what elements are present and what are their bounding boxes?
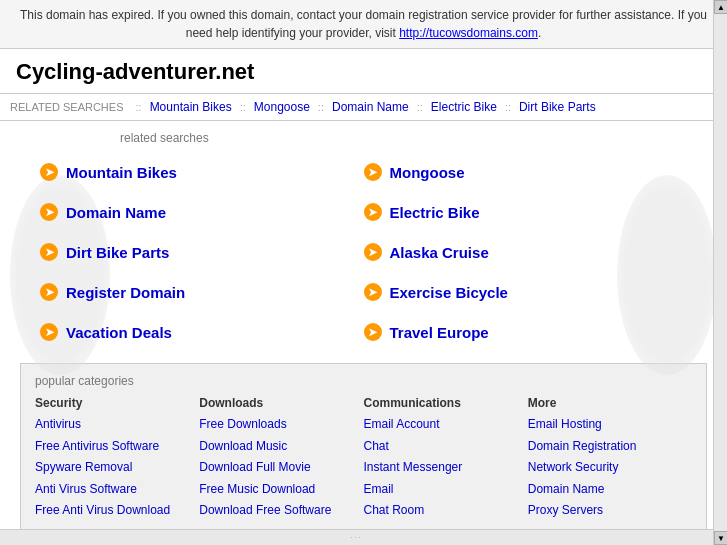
main-content: related searches ➤ Mountain Bikes ➤ Doma… <box>0 121 727 545</box>
arrow-icon: ➤ <box>364 323 382 341</box>
arrow-icon: ➤ <box>40 283 58 301</box>
cat-link-chat-room[interactable]: Chat Room <box>364 500 528 522</box>
search-item-dirt-bike-parts: ➤ Dirt Bike Parts <box>40 235 364 269</box>
search-col-left: ➤ Mountain Bikes ➤ Domain Name ➤ Dirt Bi… <box>40 155 364 349</box>
search-item-register-domain: ➤ Register Domain <box>40 275 364 309</box>
related-bar-item-3[interactable]: Electric Bike <box>431 100 497 114</box>
cat-link-spyware-removal[interactable]: Spyware Removal <box>35 457 199 479</box>
search-link-alaska-cruise[interactable]: Alaska Cruise <box>390 244 489 261</box>
related-bar-item-0[interactable]: Mountain Bikes <box>150 100 232 114</box>
cat-link-email-hosting[interactable]: Email Hosting <box>528 414 692 436</box>
search-link-electric-bike[interactable]: Electric Bike <box>390 204 480 221</box>
sep3: :: <box>318 101 324 113</box>
sep1: :: <box>136 101 142 113</box>
cat-link-domain-name[interactable]: Domain Name <box>528 479 692 501</box>
arrow-icon: ➤ <box>364 203 382 221</box>
scrollbar-right: ▲ ▼ <box>713 0 727 545</box>
search-link-travel-europe[interactable]: Travel Europe <box>390 324 489 341</box>
cat-link-chat[interactable]: Chat <box>364 436 528 458</box>
arrow-icon: ➤ <box>40 203 58 221</box>
search-item-mongoose: ➤ Mongoose <box>364 155 688 189</box>
cat-link-free-downloads[interactable]: Free Downloads <box>199 414 363 436</box>
scroll-up-button[interactable]: ▲ <box>714 0 727 14</box>
related-bar-item-2[interactable]: Domain Name <box>332 100 409 114</box>
expiry-notice: This domain has expired. If you owned th… <box>0 0 727 49</box>
cat-link-free-anti-virus-download[interactable]: Free Anti Virus Download <box>35 500 199 522</box>
cat-heading-communications: Communications <box>364 396 528 410</box>
related-searches-label: related searches <box>20 131 707 145</box>
cat-link-domain-registration[interactable]: Domain Registration <box>528 436 692 458</box>
notice-text: This domain has expired. If you owned th… <box>20 8 707 40</box>
arrow-icon: ➤ <box>40 163 58 181</box>
cat-link-proxy-servers[interactable]: Proxy Servers <box>528 500 692 522</box>
search-item-alaska-cruise: ➤ Alaska Cruise <box>364 235 688 269</box>
search-col-right: ➤ Mongoose ➤ Electric Bike ➤ Alaska Crui… <box>364 155 688 349</box>
search-link-mongoose[interactable]: Mongoose <box>390 164 465 181</box>
search-link-mountain-bikes[interactable]: Mountain Bikes <box>66 164 177 181</box>
related-bar-item-4[interactable]: Dirt Bike Parts <box>519 100 596 114</box>
search-grid: ➤ Mountain Bikes ➤ Domain Name ➤ Dirt Bi… <box>20 155 707 349</box>
cat-link-download-music[interactable]: Download Music <box>199 436 363 458</box>
cat-link-download-free-software[interactable]: Download Free Software <box>199 500 363 522</box>
bottom-scrollbar: ··· <box>0 529 713 545</box>
cat-heading-downloads: Downloads <box>199 396 363 410</box>
search-item-vacation-deals: ➤ Vacation Deals <box>40 315 364 349</box>
cat-link-email[interactable]: Email <box>364 479 528 501</box>
cat-col-more: More Email Hosting Domain Registration N… <box>528 396 692 522</box>
cat-link-download-full-movie[interactable]: Download Full Movie <box>199 457 363 479</box>
sep2: :: <box>240 101 246 113</box>
popular-label: popular categories <box>35 374 692 388</box>
search-link-domain-name[interactable]: Domain Name <box>66 204 166 221</box>
search-item-domain-name: ➤ Domain Name <box>40 195 364 229</box>
arrow-icon: ➤ <box>364 163 382 181</box>
cat-link-free-music-download[interactable]: Free Music Download <box>199 479 363 501</box>
arrow-icon: ➤ <box>40 323 58 341</box>
search-link-register-domain[interactable]: Register Domain <box>66 284 185 301</box>
cat-heading-more: More <box>528 396 692 410</box>
cat-link-email-account[interactable]: Email Account <box>364 414 528 436</box>
search-link-vacation-deals[interactable]: Vacation Deals <box>66 324 172 341</box>
cat-grid: Security Antivirus Free Antivirus Softwa… <box>35 396 692 522</box>
arrow-icon: ➤ <box>364 243 382 261</box>
bottom-scroll-indicator: ··· <box>350 533 363 542</box>
cat-link-free-antivirus-software[interactable]: Free Antivirus Software <box>35 436 199 458</box>
search-link-dirt-bike-parts[interactable]: Dirt Bike Parts <box>66 244 169 261</box>
search-item-electric-bike: ➤ Electric Bike <box>364 195 688 229</box>
popular-categories: popular categories Security Antivirus Fr… <box>20 363 707 537</box>
cat-link-network-security[interactable]: Network Security <box>528 457 692 479</box>
sep5: :: <box>505 101 511 113</box>
search-item-travel-europe: ➤ Travel Europe <box>364 315 688 349</box>
cat-col-communications: Communications Email Account Chat Instan… <box>364 396 528 522</box>
sep4: :: <box>417 101 423 113</box>
cat-col-downloads: Downloads Free Downloads Download Music … <box>199 396 363 522</box>
site-title: Cycling-adventurer.net <box>0 49 727 93</box>
arrow-icon: ➤ <box>364 283 382 301</box>
related-bar-item-1[interactable]: Mongoose <box>254 100 310 114</box>
tucows-link[interactable]: http://tucowsdomains.com <box>399 26 538 40</box>
cat-heading-security: Security <box>35 396 199 410</box>
scroll-down-button[interactable]: ▼ <box>714 531 727 545</box>
cat-link-antivirus[interactable]: Antivirus <box>35 414 199 436</box>
related-bar-label: RELATED SEARCHES <box>10 101 124 113</box>
related-bar: RELATED SEARCHES :: Mountain Bikes :: Mo… <box>0 93 727 121</box>
search-item-mountain-bikes: ➤ Mountain Bikes <box>40 155 364 189</box>
search-link-exercise-bicycle[interactable]: Exercise Bicycle <box>390 284 508 301</box>
cat-col-security: Security Antivirus Free Antivirus Softwa… <box>35 396 199 522</box>
search-item-exercise-bicycle: ➤ Exercise Bicycle <box>364 275 688 309</box>
cat-link-anti-virus-software[interactable]: Anti Virus Software <box>35 479 199 501</box>
arrow-icon: ➤ <box>40 243 58 261</box>
cat-link-instant-messenger[interactable]: Instant Messenger <box>364 457 528 479</box>
